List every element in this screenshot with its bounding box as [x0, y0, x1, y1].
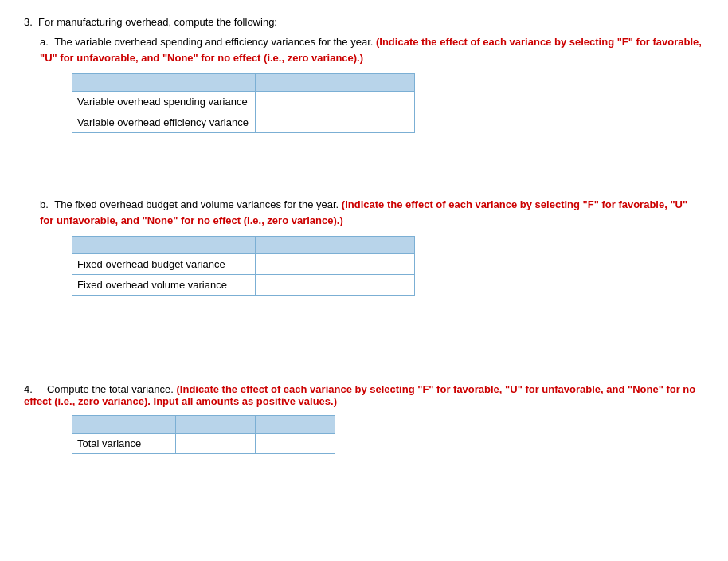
q3b-row1-val2-input[interactable] [340, 258, 409, 270]
q3b-table-container: Fixed overhead budget variance Fixed ove… [72, 236, 704, 296]
q3b-row1-val2[interactable] [335, 254, 415, 275]
q3a-header-col1 [256, 74, 335, 92]
q3b-row2-val1-input[interactable] [260, 279, 330, 291]
q3-number-text: 3. [24, 16, 33, 28]
q3b-text-normal: The fixed overhead budget and volume var… [54, 198, 339, 210]
q4-row1-val1[interactable] [176, 434, 256, 454]
q4-row1-val1-input[interactable] [181, 437, 250, 449]
q4-number-text: 4. [24, 383, 33, 395]
q3b-header-label [72, 237, 256, 254]
table-row: Variable overhead spending variance [72, 92, 415, 112]
table-row: Variable overhead efficiency variance [72, 112, 415, 133]
table-row: Fixed overhead volume variance [72, 275, 415, 296]
q3b-row1-val1[interactable] [256, 254, 335, 275]
q4-row1-label: Total variance [72, 434, 176, 454]
q3b-row2-label: Fixed overhead volume variance [72, 275, 256, 296]
q3a-letter: a. [40, 36, 49, 48]
q3a-row2-val2-input[interactable] [340, 116, 409, 128]
q3a-row1-val1[interactable] [256, 92, 335, 112]
q4-table-container: Total variance [72, 415, 704, 454]
q3a-row1-val2-input[interactable] [340, 96, 409, 108]
q3b-row1-val1-input[interactable] [260, 258, 330, 270]
q3-part-b-label: b. The fixed overhead budget and volume … [40, 197, 704, 228]
table-row: Total variance [72, 434, 335, 454]
question-3: 3. For manufacturing overhead, compute t… [24, 16, 704, 296]
q3a-text-normal: The variable overhead spending and effic… [54, 36, 373, 48]
q3b-header-col2 [335, 237, 415, 254]
q4-table: Total variance [72, 415, 335, 454]
q4-header-col1 [176, 416, 256, 434]
q3b-row2-val2[interactable] [335, 275, 415, 296]
q3a-row1-label: Variable overhead spending variance [72, 92, 256, 112]
q4-text-normal: Compute the total variance. [47, 383, 174, 395]
q4-row1-val2-input[interactable] [260, 437, 330, 449]
q3a-row1-val1-input[interactable] [260, 96, 330, 108]
q3a-row2-label: Variable overhead efficiency variance [72, 112, 256, 133]
table-row: Fixed overhead budget variance [72, 254, 415, 275]
q4-header-col2 [256, 416, 335, 434]
q3-part-a-label: a. The variable overhead spending and ef… [40, 34, 704, 65]
q4-header-label [72, 416, 176, 434]
q3b-header-col1 [256, 237, 335, 254]
q3b-letter: b. [40, 198, 49, 210]
q3b-row2-val1[interactable] [256, 275, 335, 296]
q3b-row2-val2-input[interactable] [340, 279, 409, 291]
q3a-row2-val2[interactable] [335, 112, 415, 133]
q3a-row1-val2[interactable] [335, 92, 415, 112]
q3a-table-container: Variable overhead spending variance Vari… [72, 73, 704, 133]
q3a-row2-val1[interactable] [256, 112, 335, 133]
q3a-header-col2 [335, 74, 415, 92]
q3-number: 3. For manufacturing overhead, compute t… [24, 16, 704, 28]
q3b-row1-label: Fixed overhead budget variance [72, 254, 256, 275]
q3b-table: Fixed overhead budget variance Fixed ove… [72, 236, 415, 296]
q4-row1-val2[interactable] [256, 434, 335, 454]
q3a-row2-val1-input[interactable] [260, 116, 330, 128]
q3a-table: Variable overhead spending variance Vari… [72, 73, 415, 133]
q4-number-row: 4. Compute the total variance. (Indicate… [24, 383, 704, 407]
q3a-header-label [72, 74, 256, 92]
q3-intro: For manufacturing overhead, compute the … [38, 16, 277, 28]
question-4: 4. Compute the total variance. (Indicate… [24, 383, 704, 454]
